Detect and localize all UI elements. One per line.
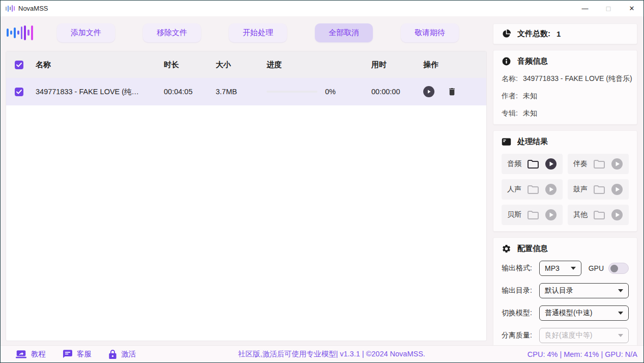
audio-album-value: 未知: [523, 109, 537, 118]
gpu-toggle[interactable]: [608, 263, 629, 274]
result-tile-audio: 音频: [502, 154, 563, 174]
folder-icon: [593, 159, 605, 169]
output-dir-label: 输出目录:: [502, 286, 539, 295]
table-row[interactable]: 349771833 - FAKE LOVE (纯… 00:04:05 3.7MB…: [6, 78, 486, 105]
model-label: 切换模型:: [502, 309, 539, 318]
header-actions: 操作: [418, 60, 486, 70]
table-header-row: 名称 时长 大小 进度 用时 操作: [6, 51, 486, 78]
audio-name-label: 名称:: [502, 74, 518, 83]
file-table: 名称 时长 大小 进度 用时 操作 349771833 - FAKE LOVE …: [6, 51, 487, 341]
audio-info-card: 音频信息 名称:349771833 - FAKE LOVE (纯音乐) 作者:未…: [493, 50, 637, 125]
folder-icon[interactable]: [527, 159, 539, 169]
activate-link[interactable]: 激活: [109, 349, 136, 359]
play-icon[interactable]: [545, 158, 557, 170]
row-play-button[interactable]: [423, 86, 434, 97]
results-title: 处理结果: [517, 137, 548, 147]
audio-artist-value: 未知: [523, 92, 537, 101]
chat-icon: [63, 350, 72, 358]
folder-icon: [527, 184, 539, 194]
row-size: 3.7MB: [211, 88, 261, 96]
output-format-label: 输出格式:: [502, 264, 539, 273]
chevron-down-icon: [618, 312, 623, 315]
remove-files-button[interactable]: 移除文件: [143, 23, 201, 42]
gear-icon: [502, 244, 511, 254]
maximize-button[interactable]: ◻: [597, 1, 620, 16]
row-elapsed: 00:00:00: [366, 88, 418, 96]
edition-notice: 社区版,激活后可使用专业模型| v1.3.1 | ©2024 NovaMSS.: [136, 349, 528, 359]
result-tile-other: 其他: [568, 205, 629, 225]
gpu-label: GPU: [589, 264, 604, 272]
folder-icon: [593, 184, 605, 194]
waveform-logo-icon: [7, 22, 33, 43]
app-icon: [6, 5, 15, 12]
audio-info-title: 音频信息: [517, 57, 548, 66]
config-title: 配置信息: [517, 244, 548, 254]
toolbar: 添加文件 移除文件 开始处理 全部取消 敬请期待: [1, 16, 493, 49]
results-card: 处理结果 音频 伴奏 人声: [493, 130, 637, 232]
play-icon: [611, 209, 623, 221]
audio-album-label: 专辑:: [502, 109, 518, 118]
header-progress: 进度: [261, 60, 366, 70]
titlebar: NovaMSS — ◻ ✕: [1, 1, 643, 16]
output-format-select[interactable]: MP3: [539, 261, 581, 276]
info-icon: [502, 57, 511, 66]
system-stats: CPU: 4% | Mem: 41% | GPU: N/A: [528, 350, 637, 358]
statusbar: 教程 客服 激活 社区版,激活后可使用专业模型| v1.3.1 | ©2024 …: [1, 345, 643, 362]
tutorial-icon: [16, 350, 26, 358]
select-all-checkbox[interactable]: [15, 61, 23, 69]
progress-label: 0%: [325, 88, 336, 96]
app-window: NovaMSS — ◻ ✕ 添: [0, 0, 644, 363]
row-delete-button[interactable]: [447, 87, 457, 97]
row-checkbox[interactable]: [15, 88, 23, 96]
file-total-card: 文件总数: 1: [493, 23, 637, 44]
quality-select: 良好(速度中等): [539, 328, 629, 343]
chevron-down-icon: [618, 334, 623, 337]
chevron-down-icon: [571, 267, 576, 270]
config-card: 配置信息 输出格式: MP3 GPU 输出目录: 默认目录: [493, 237, 637, 350]
header-elapsed: 用时: [366, 60, 418, 70]
support-link[interactable]: 客服: [63, 349, 92, 359]
header-duration: 时长: [159, 60, 211, 70]
play-icon: [545, 183, 557, 196]
coming-soon-button[interactable]: 敬请期待: [401, 23, 459, 42]
result-tile-accompaniment: 伴奏: [568, 154, 629, 174]
chevron-down-icon: [618, 289, 623, 292]
progress-bar: [267, 91, 317, 93]
tutorial-link[interactable]: 教程: [16, 349, 46, 359]
wallet-icon: [502, 137, 511, 146]
sidebar: 文件总数: 1 音频信息 名称:349771833 - FAKE LOVE (纯…: [493, 16, 643, 345]
audio-artist-label: 作者:: [502, 92, 518, 101]
header-size: 大小: [211, 60, 261, 70]
header-name: 名称: [31, 60, 159, 70]
file-total-label: 文件总数:: [517, 29, 550, 39]
result-tile-vocals: 人声: [502, 179, 563, 200]
pie-chart-icon: [502, 29, 511, 39]
window-title: NovaMSS: [18, 5, 48, 12]
quality-label: 分离质量:: [502, 331, 539, 340]
result-tile-bass: 贝斯: [502, 205, 563, 225]
play-icon: [611, 158, 623, 170]
lock-icon: [109, 350, 116, 359]
minimize-button[interactable]: —: [573, 1, 597, 16]
close-button[interactable]: ✕: [620, 1, 643, 16]
model-select[interactable]: 普通模型(中速): [539, 305, 629, 321]
result-tile-drums: 鼓声: [568, 179, 629, 200]
start-processing-button[interactable]: 开始处理: [229, 23, 287, 42]
row-duration: 00:04:05: [159, 88, 211, 96]
output-dir-select[interactable]: 默认目录: [539, 283, 629, 298]
audio-name-value: 349771833 - FAKE LOVE (纯音乐): [523, 74, 632, 83]
folder-icon: [593, 210, 605, 220]
add-files-button[interactable]: 添加文件: [57, 23, 115, 42]
row-name: 349771833 - FAKE LOVE (纯…: [31, 87, 159, 97]
folder-icon: [527, 210, 539, 220]
play-icon: [545, 209, 557, 221]
cancel-all-button[interactable]: 全部取消: [315, 23, 373, 42]
file-total-value: 1: [557, 30, 561, 38]
play-icon: [611, 183, 623, 196]
